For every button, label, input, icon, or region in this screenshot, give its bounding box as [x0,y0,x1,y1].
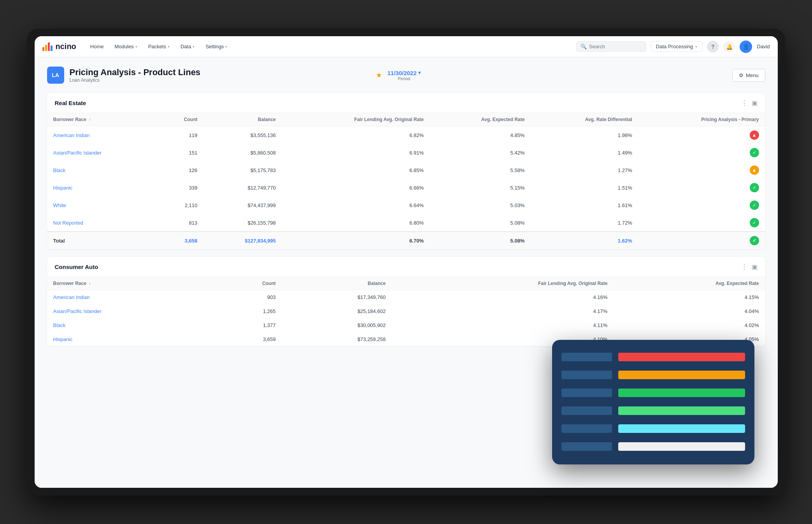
avg-exp-cell: 5.42% [430,144,531,162]
modules-chevron-icon: ▾ [135,45,137,49]
menu-button[interactable]: ⚙ Menu [732,69,765,82]
ca-col-avg-expected: Avg. Expected Rate [614,277,765,290]
chart-bar-red [618,353,745,361]
consumer-auto-section-header: Consumer Auto ⋮ ▣ [47,257,765,277]
status-cell: ✓ [638,214,765,232]
nav-settings[interactable]: Settings ▾ [201,41,232,52]
col-count: Count [157,113,203,127]
avatar[interactable]: 👤 [740,40,752,53]
total-row: Total 3,658 $127,934,995 6.70% 5.08% 1.6… [47,232,765,249]
nav-data[interactable]: Data ▾ [176,41,199,52]
search-icon: 🔍 [581,44,587,49]
ca-balance-cell: $17,349,760 [282,290,392,304]
notifications-button[interactable]: 🔔 [723,41,735,53]
period-label: Period [398,76,410,81]
favorite-star-icon[interactable]: ★ [376,71,382,79]
chart-label-1 [561,353,612,361]
sort-icon: ↑ [89,118,91,122]
consumer-more-options-icon[interactable]: ⋮ [741,262,748,271]
ca-race-cell[interactable]: American Indian [47,290,212,304]
balance-cell: $26,155,798 [203,214,282,232]
race-cell[interactable]: Black [47,162,157,179]
search-input[interactable]: Search [589,44,605,49]
table-row: Not Reported 813 $26,155,798 6.80% 5.08%… [47,214,765,232]
chart-bar-teal [618,424,745,433]
status-icon: ▲ [750,130,759,140]
user-name: David [757,44,770,49]
ca-avg-exp-cell: 4.15% [614,290,765,304]
col-borrower-race: Borrower Race ↑ [47,113,157,127]
fl-avg-cell: 6.80% [282,214,430,232]
race-cell[interactable]: American Indian [47,127,157,144]
logo-text: ncino [56,42,76,51]
ca-balance-cell: $30,005,902 [282,318,392,332]
chart-row-5 [561,422,745,435]
status-icon: ✓ [750,183,759,192]
avg-exp-cell: 5.15% [430,179,531,197]
race-cell[interactable]: White [47,197,157,214]
nav-packets[interactable]: Packets ▾ [144,41,174,52]
ca-race-cell[interactable]: Asian/Pacific Islander [47,304,212,318]
consumer-auto-table: Borrower Race ↑ Count Balance Fair Lendi… [47,277,765,346]
page-title: Pricing Analysis - Product Lines [70,67,370,77]
chart-row-6 [561,440,745,453]
menu-icon: ⚙ [739,72,744,78]
avg-exp-cell: 4.85% [430,127,531,144]
race-cell[interactable]: Asian/Pacific Islander [47,144,157,162]
nav-modules[interactable]: Modules ▾ [110,41,142,52]
total-balance: $127,934,995 [203,232,282,249]
chart-label-5 [561,424,612,433]
search-box[interactable]: 🔍 Search [576,41,646,52]
ca-sort-icon: ↑ [89,281,91,286]
total-avg-diff: 1.62% [531,232,638,249]
col-avg-diff: Avg. Rate Differential [531,113,638,127]
bell-icon: 🔔 [726,44,733,50]
fl-avg-cell: 6.91% [282,144,430,162]
table-row: Black 126 $5,175,783 6.85% 5.58% 1.27% ▲ [47,162,765,179]
consumer-auto-actions: ⋮ ▣ [741,262,758,271]
ca-fl-avg-cell: 4.16% [392,290,614,304]
avg-diff-cell: 1.49% [531,144,638,162]
consumer-auto-title: Consumer Auto [55,264,98,270]
ca-col-count: Count [212,277,282,290]
table-row: Hispanic 339 $12,749,770 6.66% 5.15% 1.5… [47,179,765,197]
data-processing-dropdown[interactable]: Data Processing ▾ [651,41,702,52]
layout-icon[interactable]: ▣ [752,99,758,107]
total-status-icon: ✓ [750,236,759,245]
more-options-icon[interactable]: ⋮ [741,98,748,107]
page-header: LA Pricing Analysis - Product Lines Loan… [47,67,765,84]
total-avg-exp: 5.08% [430,232,531,249]
ca-balance-cell: $25,184,602 [282,304,392,318]
status-cell: ▲ [638,127,765,144]
status-cell: ✓ [638,179,765,197]
ca-race-cell[interactable]: Black [47,318,212,332]
chart-row-2 [561,369,745,381]
balance-cell: $5,175,783 [203,162,282,179]
avg-exp-cell: 5.58% [430,162,531,179]
help-button[interactable]: ? [707,41,719,53]
col-avg-expected: Avg. Expected Rate [430,113,531,127]
status-cell: ✓ [638,197,765,214]
table-row: American Indian 903 $17,349,760 4.16% 4.… [47,290,765,304]
race-cell[interactable]: Hispanic [47,179,157,197]
race-cell[interactable]: Not Reported [47,214,157,232]
period-date: 11/30/2022 ▾ [388,70,421,76]
ca-race-cell[interactable]: Hispanic [47,332,212,346]
ca-fl-avg-cell: 4.11% [392,318,614,332]
avg-diff-cell: 1.27% [531,162,638,179]
real-estate-title: Real Estate [55,100,86,106]
ca-count-cell: 1,265 [212,304,282,318]
real-estate-table: Borrower Race ↑ Count Balance Fair Lendi… [47,113,765,249]
logo-icon [42,42,53,51]
period-selector[interactable]: 11/30/2022 ▾ Period [388,70,421,81]
col-balance: Balance [203,113,282,127]
ca-balance-cell: $73,259,258 [282,332,392,346]
period-chevron-icon: ▾ [418,70,421,76]
avg-diff-cell: 1.98% [531,127,638,144]
nav-home[interactable]: Home [86,41,109,52]
data-processing-chevron-icon: ▾ [695,45,697,49]
consumer-layout-icon[interactable]: ▣ [752,263,758,271]
chart-label-3 [561,389,612,397]
avg-exp-cell: 5.03% [430,197,531,214]
section-badge: LA [47,67,64,84]
